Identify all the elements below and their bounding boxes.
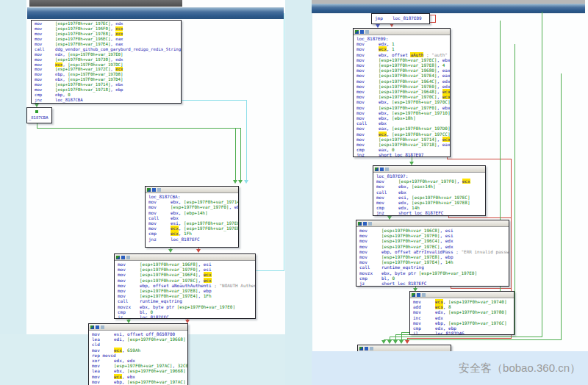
asm-line: mov[esp+197F0h+var_1972C], ecx bbox=[35, 67, 181, 72]
basic-block-loc_8187CBA[interactable]: loc_8187CBA:movebx, [esp+197F0h+var_1971… bbox=[145, 186, 239, 248]
asm-line: jzloc_8187EFC bbox=[118, 314, 255, 318]
node-titlebar[interactable] bbox=[146, 187, 238, 193]
mnemonic: mov bbox=[356, 99, 379, 104]
node-image-icon bbox=[359, 347, 363, 350]
asm-line: movzxebx, byte ptr [esp+197F0h+var_197E0… bbox=[118, 304, 255, 309]
basic-block-jmp[interactable]: jmploc_8187E09 bbox=[371, 13, 430, 24]
window-titlebar-right[interactable] bbox=[312, 4, 585, 13]
asm-line: movebp, offset aNoauthAuthenti ; "NOAUTH… bbox=[118, 283, 255, 288]
flow-edge bbox=[390, 337, 542, 337]
asm-line: cmpbl, 0 bbox=[118, 309, 255, 314]
basic-block-loop-increment[interactable]: movecx, [esp+197F0h+var_19740]addecx, 8m… bbox=[409, 291, 514, 335]
basic-block-entry[interactable]: mov[esp+197F0h+var_197EC], edxmov[esp+19… bbox=[31, 20, 182, 104]
flow-edge bbox=[240, 128, 241, 180]
watermark: 安全客（bobao.360.cn） bbox=[312, 351, 588, 385]
basic-block-loc_8187E97[interactable]: loc_8187E97:mov[esp+197F0h+var_197F0], e… bbox=[373, 165, 486, 216]
flow-edge bbox=[451, 288, 512, 289]
mnemonic: mov bbox=[356, 115, 379, 120]
node-titlebar[interactable] bbox=[115, 254, 255, 261]
mnemonic: mov bbox=[35, 57, 55, 62]
asm-line: mov[esp+197F0h+var_1970C], ecx bbox=[356, 94, 450, 99]
asm-line: cmpbl, 0 bbox=[359, 276, 509, 281]
node-titlebar[interactable] bbox=[410, 292, 514, 298]
node-titlebar[interactable] bbox=[354, 29, 450, 35]
asm-line: mov[esp+197F0h+var_197E8], ecx bbox=[35, 32, 181, 37]
asm-line: mov[esp+197F0h+var_19718], ebp bbox=[35, 87, 181, 93]
mnemonic: mov bbox=[35, 72, 55, 77]
mnemonic: mov bbox=[356, 73, 379, 78]
basic-block-invalid-password-check[interactable]: mov[esp+197F0h+var_196C8], esimov[esp+19… bbox=[356, 220, 509, 287]
asm-line: movebx, [ebx+18h] bbox=[356, 115, 450, 120]
mnemonic: jnz bbox=[148, 237, 171, 242]
flow-arrowhead bbox=[238, 180, 243, 184]
node-titlebar[interactable] bbox=[89, 324, 187, 331]
flow-edge bbox=[447, 159, 512, 159]
asm-line: mov[esp+197F0h+var_197E4], 14h bbox=[359, 259, 509, 265]
asm-line: movecx, ebx bbox=[92, 374, 187, 379]
asm-line: mov[esp+197F0h+var_197F0], ebx bbox=[356, 105, 450, 110]
mnemonic: mov bbox=[356, 41, 379, 46]
mnemonic: mov bbox=[148, 220, 171, 226]
mnemonic: mov bbox=[359, 228, 381, 233]
mnemonic: mov bbox=[92, 363, 114, 368]
mnemonic: mov bbox=[118, 278, 140, 283]
asm-line: movebx, [esp+197F0h+var_19710] bbox=[356, 110, 450, 115]
asm-line: mov[esp+197F0h+var_197E4], eax bbox=[35, 42, 181, 47]
asm-line: jnzshort loc_8187E97 bbox=[356, 152, 450, 156]
asm-line: mov[esp+197F0h+var_19714], ecx bbox=[356, 137, 450, 142]
mnemonic: call bbox=[148, 215, 171, 220]
asm-line: mov[esp+197F0h+var_196F8], esi bbox=[118, 262, 255, 267]
ida-graph-canvas[interactable]: mov[esp+197F0h+var_197EC], edxmov[esp+19… bbox=[0, 0, 588, 385]
mnemonic: cmp bbox=[376, 205, 398, 210]
node-marker-icon bbox=[35, 110, 38, 113]
mnemonic: call bbox=[359, 265, 381, 270]
node-frame-icon bbox=[422, 293, 426, 297]
mnemonic: mov bbox=[35, 52, 55, 57]
basic-block-noauth-check[interactable]: mov[esp+197F0h+var_196F8], esimov[esp+19… bbox=[114, 253, 256, 319]
flow-edge bbox=[514, 44, 515, 334]
mnemonic: mov bbox=[356, 132, 379, 137]
basic-block-copy-loop[interactable]: movesi, offset off_8658700leaedi, [esp+1… bbox=[88, 323, 188, 385]
asm-label: loc_8187E09: bbox=[356, 36, 450, 41]
node-frame-icon bbox=[101, 325, 104, 329]
mnemonic: mov bbox=[92, 348, 114, 353]
basic-block-loc_8187E09[interactable]: loc_8187E09:movedx, 1movecx, 1movebx, of… bbox=[353, 28, 451, 157]
mnemonic: call bbox=[376, 190, 398, 195]
node-frame-icon bbox=[385, 168, 389, 171]
asm-line: mov[esp+197F0h+var_19718], eax bbox=[356, 142, 450, 147]
mnemonic: mov bbox=[148, 226, 171, 231]
asm-line: movebp, [esp+197F0h+var_197AC] bbox=[92, 379, 187, 384]
mnemonic: mov bbox=[356, 46, 379, 51]
mnemonic: jl bbox=[413, 331, 435, 334]
window-titlebar-left[interactable] bbox=[27, 7, 284, 19]
node-titlebar[interactable] bbox=[373, 166, 485, 173]
mnemonic: jnz bbox=[376, 210, 398, 215]
flow-edge bbox=[384, 339, 562, 340]
asm-line: callebx bbox=[148, 215, 238, 220]
asm-line: mov[esp+197F0h+var_197EC], ebx bbox=[356, 57, 450, 62]
asm-line: movecx, [esp+197F0h+var_197DC] bbox=[35, 62, 181, 68]
mnemonic: mov bbox=[92, 379, 114, 384]
asm-line: movedx, [esp+197F0h+var_197E0] bbox=[35, 52, 181, 57]
flow-arrowhead bbox=[196, 249, 201, 253]
asm-line: movebx, [esp+197F0h+var_197D4] bbox=[35, 77, 181, 82]
mnemonic: mov bbox=[356, 105, 379, 110]
asm-label: loc_8187E97: bbox=[376, 173, 485, 179]
asm-line: mov[esp+197F0h+var_196F0], ecx bbox=[35, 26, 181, 32]
flow-arrowhead bbox=[387, 340, 392, 344]
node-color-icon bbox=[121, 256, 125, 259]
asm-line: mov[esp+197F0h+var_196C8], esi bbox=[359, 228, 509, 233]
mnemonic: mov bbox=[356, 68, 379, 73]
node-frame-icon bbox=[157, 188, 161, 192]
mnemonic: call bbox=[356, 120, 379, 126]
mnemonic: call bbox=[35, 47, 55, 52]
asm-line: cmpedx, 14h bbox=[376, 205, 485, 210]
basic-block-stub-8187CBA[interactable]: _8187CBA bbox=[26, 107, 52, 123]
asm-line: leaebx, [esp+197F0h+var_19668] bbox=[92, 368, 187, 373]
node-titlebar[interactable] bbox=[356, 220, 509, 227]
mnemonic: cmp bbox=[356, 147, 379, 152]
mnemonic: jz bbox=[359, 281, 381, 286]
asm-line: jnzloc_8187EFC bbox=[148, 237, 238, 242]
asm-line: mov[esp+197F0h+var_196EC], eax bbox=[35, 37, 181, 42]
asm-line: mov[esp+197F0h+var_19648], ecx bbox=[356, 89, 450, 94]
